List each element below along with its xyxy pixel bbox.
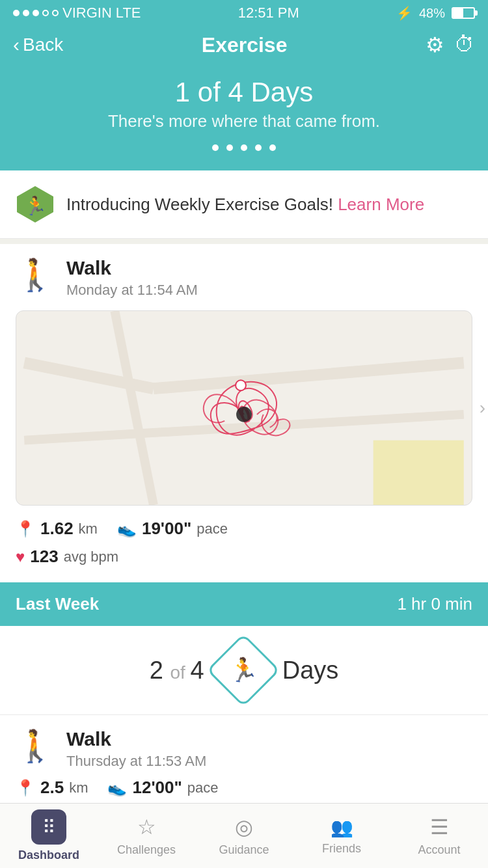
distance-stat: 📍 1.62 km: [16, 519, 98, 539]
back-label: Back: [23, 34, 63, 55]
last-week-header: Last Week 1 hr 0 min: [0, 582, 488, 626]
bpm-label: avg bpm: [64, 549, 118, 565]
status-right: ⚡ 48%: [396, 5, 475, 21]
section-separator: [0, 239, 488, 244]
challenges-icon: ☆: [137, 815, 156, 839]
tab-account-label: Account: [418, 843, 460, 857]
week-total: 4: [191, 657, 204, 684]
goals-learn-more[interactable]: Learn More: [338, 195, 424, 214]
week-done: 2: [150, 657, 163, 684]
shoe-icon: 👟: [117, 520, 137, 538]
exercise-goal-icon: 🏃: [206, 633, 280, 707]
goals-icon: 🏃: [16, 185, 55, 224]
time-label: 12:51 PM: [238, 5, 299, 21]
timer-icon[interactable]: ⏱: [454, 33, 475, 57]
bluetooth-icon: ⚡: [396, 5, 413, 21]
tab-bar: ⠿ Dashboard ☆ Challenges ◎ Guidance 👥 Fr…: [0, 803, 488, 868]
goals-banner: 🏃 Introducing Weekly Exercise Goals! Lea…: [0, 170, 488, 239]
tab-guidance-label: Guidance: [219, 843, 269, 857]
tab-guidance[interactable]: ◎ Guidance: [195, 804, 293, 868]
dot-3: [33, 10, 39, 16]
nav-header: ‹ Back Exercise ⚙ ⏱: [0, 26, 488, 70]
walk-icon: 🚶: [16, 257, 55, 293]
network-label: LTE: [116, 5, 141, 21]
dot-4: [42, 10, 49, 16]
activity-type: Walk: [66, 257, 198, 279]
header-icons: ⚙ ⏱: [426, 33, 475, 57]
svg-point-8: [236, 407, 252, 422]
status-left: VIRGIN LTE: [13, 5, 141, 21]
bpm-stat: ♥ 123 avg bpm: [16, 547, 118, 567]
last-shoe-icon: 👟: [107, 779, 127, 797]
hero-dot-3[interactable]: [241, 144, 247, 151]
signal-dots: [13, 10, 59, 16]
last-distance-stat: 📍 2.5 km: [16, 778, 88, 798]
tab-account[interactable]: ☰ Account: [390, 804, 488, 868]
battery-label: 48%: [419, 6, 445, 21]
svg-point-9: [236, 380, 246, 390]
last-pace-value: 12'00": [132, 778, 182, 798]
last-pace-label: pace: [187, 780, 219, 796]
last-activity-info: Walk Thursday at 11:53 AM: [66, 728, 206, 770]
last-week-activity: 🚶 Walk Thursday at 11:53 AM 📍 2.5 km 👟 1…: [0, 715, 488, 804]
last-pace-stat: 👟 12'00" pace: [107, 778, 218, 798]
last-activity-stats: 📍 2.5 km 👟 12'00" pace: [16, 778, 472, 798]
dot-2: [23, 10, 29, 16]
last-activity-time: Thursday at 11:53 AM: [66, 753, 206, 770]
goals-intro-text: Introducing Weekly Exercise Goals!: [66, 195, 333, 214]
battery-icon: [452, 7, 475, 19]
status-bar: VIRGIN LTE 12:51 PM ⚡ 48%: [0, 0, 488, 26]
distance-value: 1.62: [40, 519, 74, 539]
hero-dot-4[interactable]: [255, 144, 262, 151]
tab-challenges-label: Challenges: [117, 843, 176, 857]
last-location-icon: 📍: [16, 779, 35, 797]
dot-1: [13, 10, 20, 16]
last-distance-unit: km: [69, 780, 88, 796]
activity-info: Walk Monday at 11:54 AM: [66, 257, 198, 299]
week-count: 2 of 4: [150, 657, 204, 685]
current-activity-container: 🚶 Walk Monday at 11:54 AM: [0, 244, 488, 582]
last-walk-icon: 🚶: [16, 728, 55, 765]
location-icon: 📍: [16, 520, 35, 538]
weekly-progress: 2 of 4 🏃 Days: [0, 626, 488, 715]
hero-dot-2[interactable]: [226, 144, 233, 151]
bpm-stats: ♥ 123 avg bpm: [16, 547, 472, 567]
guidance-icon: ◎: [235, 815, 253, 839]
account-icon: ☰: [430, 815, 449, 839]
week-of: of: [170, 662, 190, 683]
pace-value: 19'00": [142, 519, 191, 539]
map-container[interactable]: [16, 310, 472, 506]
hero-dot-5[interactable]: [269, 144, 276, 151]
friends-icon: 👥: [331, 817, 353, 838]
pace-stat: 👟 19'00" pace: [117, 519, 228, 539]
settings-icon[interactable]: ⚙: [426, 33, 444, 57]
back-button[interactable]: ‹ Back: [13, 34, 63, 56]
svg-text:🏃: 🏃: [24, 195, 47, 217]
last-activity-type: Walk: [66, 728, 206, 750]
map-wrapper: ›: [16, 310, 472, 506]
battery-fill: [453, 8, 463, 18]
activity-header: 🚶 Walk Monday at 11:54 AM: [16, 257, 472, 299]
last-week-title: Last Week: [16, 594, 99, 614]
svg-rect-7: [373, 441, 464, 505]
dot-5: [52, 10, 59, 16]
hero-section: 1 of 4 Days There's more where that came…: [0, 70, 488, 170]
tab-friends[interactable]: 👥 Friends: [293, 804, 390, 868]
bpm-value: 123: [30, 547, 58, 567]
activity-stats: 📍 1.62 km 👟 19'00" pace: [16, 519, 472, 539]
hero-dot-1[interactable]: [212, 144, 219, 151]
map-chevron-icon[interactable]: ›: [480, 398, 485, 418]
last-week-duration: 1 hr 0 min: [397, 594, 472, 614]
running-icon: 🏃: [228, 657, 258, 684]
carrier-label: VIRGIN: [62, 5, 112, 21]
heart-icon: ♥: [16, 548, 25, 566]
tab-dashboard[interactable]: ⠿ Dashboard: [0, 804, 98, 868]
hero-days-text: 1 of 4 Days: [13, 77, 475, 108]
tab-challenges[interactable]: ☆ Challenges: [98, 804, 195, 868]
hero-dots: [13, 144, 475, 151]
tab-dashboard-label: Dashboard: [18, 848, 79, 862]
back-chevron-icon: ‹: [13, 34, 20, 56]
week-days-label: Days: [282, 657, 339, 685]
goals-text: Introducing Weekly Exercise Goals! Learn…: [66, 193, 424, 216]
header-title: Exercise: [202, 33, 288, 57]
